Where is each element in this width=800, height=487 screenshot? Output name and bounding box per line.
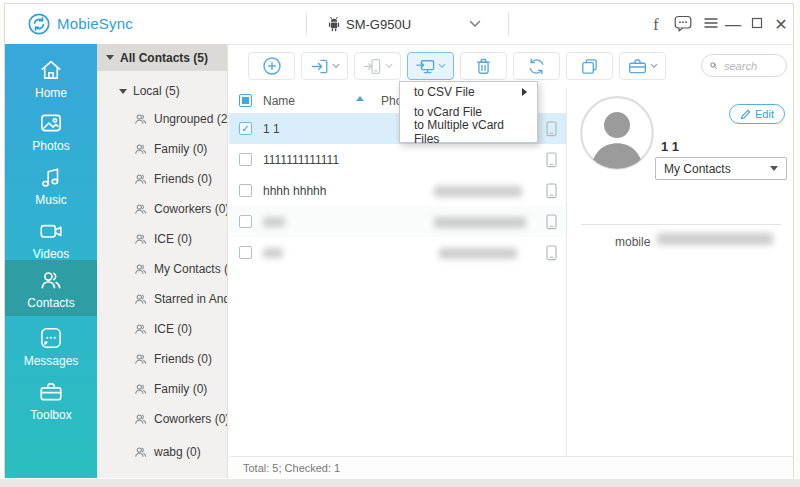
- sidebar-item-videos[interactable]: Videos: [5, 213, 97, 265]
- close-icon[interactable]: ✕: [771, 16, 791, 34]
- feedback-icon[interactable]: [673, 15, 693, 33]
- chevron-down-icon[interactable]: [469, 20, 481, 28]
- redacted-name: [263, 248, 283, 258]
- maximize-icon[interactable]: [747, 15, 767, 33]
- group-item-coworkers[interactable]: Coworkers (0): [133, 199, 228, 219]
- group-item-label: Coworkers (0): [154, 412, 228, 426]
- pen-icon: [740, 109, 751, 120]
- group-header-label: All Contacts (5): [120, 51, 208, 65]
- column-header-name[interactable]: Name: [263, 94, 295, 108]
- sidebar-item-music[interactable]: Music: [5, 159, 97, 211]
- chevron-down-icon: [385, 63, 393, 69]
- group-item-label: Coworkers (0): [154, 202, 228, 216]
- group-all-contacts[interactable]: All Contacts (5): [97, 44, 228, 71]
- trash-icon: [473, 56, 494, 77]
- sidebar-item-label: Messages: [24, 354, 79, 368]
- deduplicate-button[interactable]: [566, 52, 613, 80]
- group-item-starred[interactable]: Starred in Android: [133, 289, 228, 309]
- export-to-device-icon: [362, 56, 383, 77]
- sidebar-item-home[interactable]: Home: [5, 52, 97, 104]
- redacted-phone: [434, 186, 522, 197]
- menu-item-to-csv[interactable]: to CSV File: [400, 82, 537, 102]
- table-row[interactable]: 1111111111111: [229, 144, 566, 175]
- redacted-phone: [434, 217, 526, 228]
- field-label-mobile: mobile: [615, 235, 650, 249]
- export-to-computer-button[interactable]: [407, 52, 454, 80]
- select-all-checkbox[interactable]: [239, 94, 252, 107]
- sidebar-item-contacts[interactable]: Contacts: [5, 260, 97, 316]
- delete-button[interactable]: [460, 52, 507, 80]
- row-checkbox[interactable]: [239, 153, 252, 166]
- minimize-icon[interactable]: —: [723, 16, 743, 34]
- chevron-down-icon: [650, 63, 658, 69]
- toolbox-tools-button[interactable]: [619, 52, 666, 80]
- app-logo-icon: [27, 12, 51, 36]
- user-group-icon: [133, 232, 148, 246]
- divider: [306, 13, 307, 35]
- phone-icon: [546, 183, 557, 199]
- submenu-arrow-icon: [522, 88, 527, 96]
- search-box[interactable]: [701, 54, 787, 77]
- add-contact-button[interactable]: [248, 52, 295, 80]
- user-group-icon: [133, 382, 148, 396]
- contact-groups-panel: All Contacts (5) Local (5) Ungrouped (2)…: [97, 44, 228, 478]
- table-row[interactable]: [229, 206, 566, 237]
- edit-button[interactable]: Edit: [729, 104, 785, 124]
- contact-name: 1 1: [263, 122, 280, 136]
- group-item-label: Friends (0): [154, 172, 212, 186]
- table-row[interactable]: hhhh hhhhh: [229, 175, 566, 206]
- sidebar-item-toolbox[interactable]: Toolbox: [5, 374, 97, 426]
- group-item-label: ICE (0): [154, 232, 192, 246]
- menu-icon[interactable]: [701, 15, 721, 33]
- facebook-icon[interactable]: f: [646, 16, 666, 34]
- messages-icon: [38, 325, 64, 351]
- status-text: Total: 5; Checked: 1: [243, 462, 340, 474]
- phone-icon: [546, 214, 557, 230]
- import-button[interactable]: [301, 52, 348, 80]
- group-item-label: Family (0): [154, 142, 207, 156]
- group-item-ice[interactable]: ICE (0): [133, 229, 192, 249]
- group-item-friends-2[interactable]: Friends (0): [133, 349, 212, 369]
- contact-detail-panel: Edit 1 1 My Contacts mobile: [567, 89, 793, 456]
- copy-icon: [579, 56, 600, 77]
- sidebar-item-messages[interactable]: Messages: [5, 320, 97, 372]
- menu-item-to-multiple-vcard[interactable]: to Multiple vCard Files: [400, 122, 537, 142]
- user-group-icon: [133, 352, 148, 366]
- caret-down-icon: [770, 166, 778, 171]
- export-dropdown-menu: to CSV File to vCard File to Multiple vC…: [399, 81, 538, 143]
- group-local[interactable]: Local (5): [119, 84, 180, 98]
- row-checkbox[interactable]: ✓: [239, 122, 252, 135]
- status-bar: Total: 5; Checked: 1: [229, 456, 793, 479]
- device-selector[interactable]: SM-G950U: [346, 17, 411, 32]
- group-item-family[interactable]: Family (0): [133, 139, 207, 159]
- group-item-coworkers-2[interactable]: Coworkers (0): [133, 409, 228, 429]
- detail-contact-name: 1 1: [661, 139, 679, 154]
- search-input[interactable]: [722, 59, 778, 73]
- group-item-label: Friends (0): [154, 352, 212, 366]
- sidebar-item-label: Contacts: [27, 296, 74, 310]
- row-checkbox[interactable]: [239, 246, 252, 259]
- group-item-family-2[interactable]: Family (0): [133, 379, 207, 399]
- group-item-my-contacts[interactable]: My Contacts (3): [133, 259, 228, 279]
- row-checkbox[interactable]: [239, 215, 252, 228]
- row-checkbox[interactable]: [239, 184, 252, 197]
- group-item-label: Family (0): [154, 382, 207, 396]
- menu-item-label: to Multiple vCard Files: [414, 118, 527, 146]
- export-to-computer-icon: [415, 56, 436, 77]
- table-row[interactable]: [229, 237, 566, 268]
- group-item-label: My Contacts (3): [154, 262, 228, 276]
- refresh-button[interactable]: [513, 52, 560, 80]
- main-sidebar: Home Photos Music Videos Contacts Messag…: [5, 44, 97, 478]
- group-select[interactable]: My Contacts: [655, 157, 787, 180]
- group-item-label: Ungrouped (2): [154, 112, 228, 126]
- group-item-ungrouped[interactable]: Ungrouped (2): [133, 109, 228, 129]
- group-item-wabg[interactable]: wabg (0): [133, 442, 201, 462]
- group-item-ice-2[interactable]: ICE (0): [133, 319, 192, 339]
- sidebar-item-photos[interactable]: Photos: [5, 105, 97, 157]
- refresh-icon: [526, 56, 547, 77]
- edit-label: Edit: [755, 108, 774, 120]
- home-icon: [38, 57, 64, 83]
- sort-asc-icon[interactable]: [356, 96, 364, 101]
- group-item-friends[interactable]: Friends (0): [133, 169, 212, 189]
- user-group-icon: [133, 142, 148, 156]
